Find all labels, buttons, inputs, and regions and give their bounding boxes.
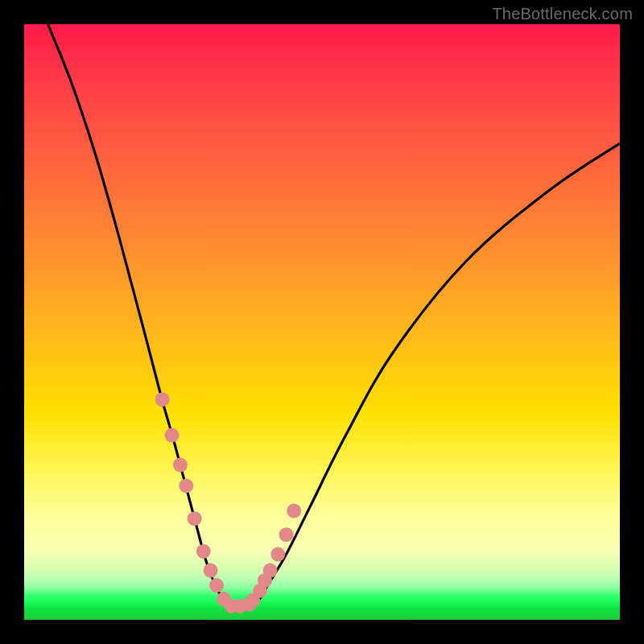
chart-frame: TheBottleneck.com: [0, 0, 644, 644]
sample-dot: [179, 479, 193, 493]
watermark-text: TheBottleneck.com: [492, 5, 633, 23]
sample-dot: [196, 544, 211, 559]
sample-dot: [287, 504, 301, 518]
bottleneck-curve: [24, 24, 620, 607]
sample-dot: [155, 392, 170, 407]
sample-dot: [270, 547, 285, 562]
sample-dot: [279, 527, 294, 542]
sample-dot: [165, 428, 180, 443]
sample-dot: [204, 564, 218, 578]
sample-dot: [263, 564, 278, 578]
curve-svg: [24, 24, 620, 620]
sample-dot: [173, 458, 188, 473]
sample-dots: [155, 392, 302, 613]
sample-dot: [209, 578, 224, 592]
plot-area: [24, 24, 620, 620]
sample-dot: [188, 511, 202, 526]
